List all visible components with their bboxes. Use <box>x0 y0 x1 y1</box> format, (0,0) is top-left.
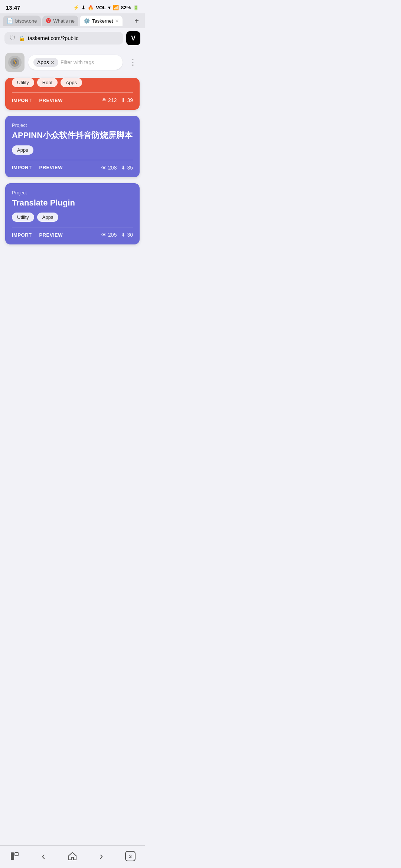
card-appinn-btns: IMPORT PREVIEW <box>12 165 63 170</box>
card-appinn-actions: IMPORT PREVIEW 👁 208 ⬇ 35 <box>12 165 133 171</box>
partial-downloads-stat: ⬇ 39 <box>121 97 133 103</box>
card-appinn-stats: 👁 208 ⬇ 35 <box>101 165 133 171</box>
card-appinn-type: Project <box>12 122 133 128</box>
filter-placeholder: Filter with tags <box>61 59 94 65</box>
card-appinn-downloads: ⬇ 35 <box>121 165 133 171</box>
card-appinn: Project APPINN小众软件抖音防烧屏脚本 Apps IMPORT PR… <box>5 116 140 177</box>
status-bar: 13:47 ⚡ ⬇ 🔥 VOL ▾ 📶 82% 🔋 <box>0 0 145 13</box>
card-appinn-preview-btn[interactable]: PREVIEW <box>39 165 63 170</box>
url-field[interactable]: 🛡 🔒 taskernet.com/?public <box>4 32 123 45</box>
card-translate-tags: Utility Apps <box>12 213 133 222</box>
eye-icon: 👁 <box>101 97 107 103</box>
tab-whats-icon: 🅥 <box>46 18 51 24</box>
card-translate-divider <box>12 227 133 227</box>
battery-level: 82% <box>121 5 131 10</box>
tasker-logo <box>5 53 25 72</box>
tab-close-btn[interactable]: ✕ <box>115 18 119 23</box>
lock-icon: 🔒 <box>19 35 25 41</box>
partial-tag-utility[interactable]: Utility <box>12 78 34 87</box>
card-translate-views-count: 205 <box>108 232 117 238</box>
signal-icon: 📶 <box>113 5 119 10</box>
partial-tag-root[interactable]: Root <box>37 78 58 87</box>
card-translate: Project Translate Plugin Utility Apps IM… <box>5 183 140 245</box>
partial-card: Utility Root Apps IMPORT PREVIEW 👁 212 ⬇… <box>5 78 140 110</box>
remove-tag-btn[interactable]: ✕ <box>50 60 55 65</box>
card-appinn-divider <box>12 160 133 160</box>
tab-btsow-icon: 📄 <box>7 18 13 24</box>
card-translate-tag-utility[interactable]: Utility <box>12 213 34 222</box>
card-translate-views: 👁 205 <box>101 232 117 238</box>
filter-input[interactable]: Apps ✕ Filter with tags <box>28 55 123 70</box>
card-translate-title: Translate Plugin <box>12 198 133 208</box>
card-appinn-import-btn[interactable]: IMPORT <box>12 165 32 170</box>
tab-whats-label: What's ne <box>53 18 75 24</box>
partial-preview-btn[interactable]: PREVIEW <box>39 98 63 103</box>
eye-icon-appinn: 👁 <box>101 165 107 171</box>
partial-divider <box>12 92 133 93</box>
partial-views-stat: 👁 212 <box>101 97 117 103</box>
partial-card-buttons: IMPORT PREVIEW <box>12 98 63 103</box>
url-text: taskernet.com/?public <box>28 35 78 41</box>
tab-whats-new[interactable]: 🅥 What's ne <box>42 16 78 26</box>
active-tag-chip[interactable]: Apps ✕ <box>33 58 58 67</box>
card-appinn-views-count: 208 <box>108 165 117 171</box>
battery-icon: 🔋 <box>133 5 139 10</box>
card-translate-actions: IMPORT PREVIEW 👁 205 ⬇ 30 <box>12 232 133 238</box>
gear-svg <box>7 55 22 70</box>
download-icon: ⬇ <box>81 5 85 10</box>
tab-taskernet-label: Taskernet <box>92 18 113 24</box>
eye-icon-translate: 👁 <box>101 232 107 238</box>
filter-bar: Apps ✕ Filter with tags ⋮ <box>5 53 140 72</box>
tab-taskernet-icon: ⚙️ <box>84 18 90 24</box>
card-appinn-downloads-count: 35 <box>127 165 133 171</box>
address-bar: 🛡 🔒 taskernet.com/?public V <box>0 28 145 48</box>
fire-icon: 🔥 <box>88 5 94 10</box>
status-time: 13:47 <box>6 4 20 11</box>
shield-icon: 🛡 <box>10 35 16 42</box>
card-translate-tag-apps[interactable]: Apps <box>37 213 59 222</box>
partial-card-actions: IMPORT PREVIEW 👁 212 ⬇ 39 <box>12 97 133 103</box>
status-icons: ⚡ ⬇ 🔥 VOL ▾ 📶 82% 🔋 <box>73 5 139 10</box>
card-translate-downloads: ⬇ 30 <box>121 232 133 238</box>
card-translate-type: Project <box>12 190 133 195</box>
main-content: Apps ✕ Filter with tags ⋮ Utility Root A… <box>0 48 145 255</box>
card-appinn-tags: Apps <box>12 145 133 155</box>
tab-taskernet[interactable]: ⚙️ Taskernet ✕ <box>80 16 123 26</box>
partial-import-btn[interactable]: IMPORT <box>12 98 32 103</box>
more-options-btn[interactable]: ⋮ <box>126 56 140 69</box>
tab-btsow-label: btsow.one <box>15 18 37 24</box>
flash-icon: ⚡ <box>73 5 79 10</box>
card-appinn-tag-apps[interactable]: Apps <box>12 145 33 155</box>
card-translate-preview-btn[interactable]: PREVIEW <box>39 232 63 238</box>
tab-btsow[interactable]: 📄 btsow.one <box>3 16 41 26</box>
vivaldi-button[interactable]: V <box>126 31 140 45</box>
new-tab-btn[interactable]: + <box>131 16 142 26</box>
partial-card-tags: Utility Root Apps <box>12 78 133 87</box>
network-icon: VOL <box>96 5 106 10</box>
partial-views-count: 212 <box>108 97 117 103</box>
wifi-icon: ▾ <box>108 5 111 10</box>
download-icon-translate: ⬇ <box>121 232 125 238</box>
browser-tabs: 📄 btsow.one 🅥 What's ne ⚙️ Taskernet ✕ + <box>0 13 145 28</box>
partial-downloads-count: 39 <box>127 97 133 103</box>
card-translate-downloads-count: 30 <box>127 232 133 238</box>
active-tag-label: Apps <box>37 59 49 65</box>
card-appinn-views: 👁 208 <box>101 165 117 171</box>
download-icon-partial: ⬇ <box>121 97 125 103</box>
card-translate-stats: 👁 205 ⬇ 30 <box>101 232 133 238</box>
partial-card-stats: 👁 212 ⬇ 39 <box>101 97 133 103</box>
card-appinn-title: APPINN小众软件抖音防烧屏脚本 <box>12 130 133 141</box>
partial-tag-apps[interactable]: Apps <box>61 78 82 87</box>
card-translate-btns: IMPORT PREVIEW <box>12 232 63 238</box>
download-icon-appinn: ⬇ <box>121 165 125 171</box>
card-translate-import-btn[interactable]: IMPORT <box>12 232 32 238</box>
